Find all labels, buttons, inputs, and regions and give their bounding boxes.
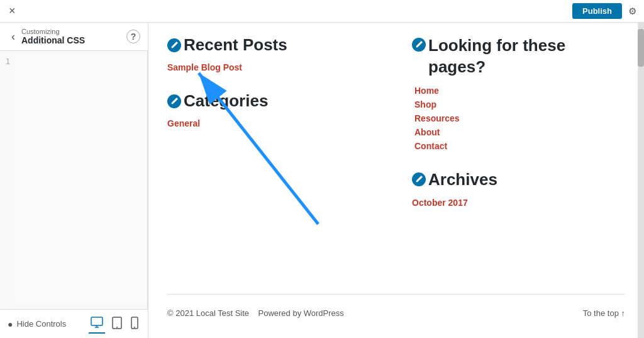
hide-controls-label: Hide Controls	[16, 319, 66, 329]
left-panel: ‹ Customizing Additional CSS ? 1 ● Hide …	[0, 23, 148, 338]
preview-area: Recent Posts Sample Blog Post C	[148, 23, 644, 338]
archives-section: Archives October 2017	[412, 170, 625, 208]
mobile-icon	[131, 317, 138, 329]
publish-button[interactable]: Publish	[572, 3, 622, 19]
page-link-0[interactable]: Home	[414, 86, 625, 96]
hide-controls-button[interactable]: ● Hide Controls	[8, 319, 66, 329]
recent-posts-section: Recent Posts Sample Blog Post	[167, 35, 380, 72]
top-bar: × Publish ⚙	[0, 0, 644, 23]
recent-posts-edit-icon[interactable]	[167, 38, 181, 52]
to-top-link[interactable]: To the top ↑	[583, 308, 625, 318]
pencil-icon-4	[415, 176, 423, 183]
recent-posts-title: Recent Posts	[184, 35, 287, 55]
archives-title-row: Archives	[412, 170, 625, 189]
pencil-icon-3	[415, 41, 423, 48]
page-link-3[interactable]: About	[414, 127, 625, 137]
archives-edit-icon[interactable]	[412, 172, 426, 186]
eye-icon: ●	[8, 319, 13, 329]
widget-col-right: Looking for these pages? Home Shop Resou…	[406, 35, 625, 288]
gear-button[interactable]: ⚙	[626, 3, 639, 20]
categories-title: Categories	[184, 91, 268, 111]
looking-for-edit-icon[interactable]	[412, 38, 426, 52]
pencil-icon-2	[170, 98, 178, 105]
desktop-device-button[interactable]	[89, 315, 105, 334]
looking-for-section: Looking for these pages? Home Shop Resou…	[412, 35, 625, 151]
bottom-controls: ● Hide Controls	[0, 309, 148, 338]
tablet-icon	[112, 317, 122, 329]
footer-bar: © 2021 Local Test Site Powered by WordPr…	[167, 301, 625, 325]
preview-content: Recent Posts Sample Blog Post C	[148, 23, 644, 338]
categories-section: Categories General	[167, 91, 380, 128]
pencil-icon	[170, 42, 178, 49]
footer-divider	[167, 294, 625, 295]
category-link-0[interactable]: General	[167, 118, 380, 128]
help-button[interactable]: ?	[126, 30, 140, 43]
categories-title-row: Categories	[167, 91, 380, 111]
scroll-track	[638, 23, 644, 338]
looking-for-links: Home Shop Resources About Contact	[412, 86, 625, 151]
line-numbers: 1	[0, 56, 15, 304]
section-title: Additional CSS	[21, 35, 126, 45]
scroll-thumb[interactable]	[638, 29, 644, 67]
looking-for-title: Looking for these pages?	[428, 35, 625, 78]
footer-area: © 2021 Local Test Site Powered by WordPr…	[167, 288, 625, 325]
recent-posts-title-row: Recent Posts	[167, 35, 380, 55]
code-editor-area: 1	[0, 51, 148, 309]
panel-header: ‹ Customizing Additional CSS ?	[0, 23, 148, 51]
css-textarea[interactable]	[15, 56, 147, 304]
mobile-device-button[interactable]	[129, 315, 140, 334]
page-link-4[interactable]: Contact	[414, 141, 625, 151]
back-button[interactable]: ‹	[8, 29, 19, 45]
widgets-row: Recent Posts Sample Blog Post C	[167, 35, 625, 288]
powered-by-link[interactable]: Powered by WordPress	[258, 308, 344, 318]
customizing-label: Customizing	[21, 28, 126, 35]
main-layout: ‹ Customizing Additional CSS ? 1 ● Hide …	[0, 23, 644, 338]
archive-link-0[interactable]: October 2017	[412, 198, 468, 208]
page-link-1[interactable]: Shop	[414, 99, 625, 110]
categories-edit-icon[interactable]	[167, 94, 181, 108]
tablet-device-button[interactable]	[110, 315, 124, 334]
panel-title-area: Customizing Additional CSS	[19, 28, 126, 45]
top-bar-left: ×	[5, 3, 19, 19]
device-icons	[89, 315, 140, 334]
widget-col-left: Recent Posts Sample Blog Post C	[167, 35, 380, 288]
recent-post-link-0[interactable]: Sample Blog Post	[167, 62, 380, 72]
archives-title: Archives	[428, 170, 497, 189]
page-link-2[interactable]: Resources	[414, 113, 625, 123]
svg-rect-0	[91, 317, 103, 325]
footer-left: © 2021 Local Test Site Powered by WordPr…	[167, 308, 344, 318]
svg-point-4	[116, 327, 118, 328]
looking-for-title-row: Looking for these pages?	[412, 35, 625, 78]
copyright-text: © 2021 Local Test Site	[167, 308, 249, 318]
desktop-icon	[91, 317, 103, 328]
svg-point-6	[134, 327, 135, 328]
close-button[interactable]: ×	[5, 3, 19, 19]
